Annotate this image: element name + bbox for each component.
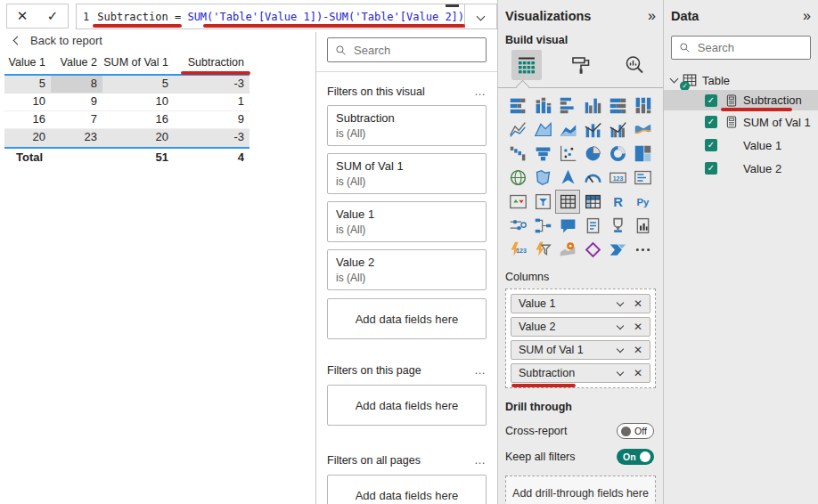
column-header[interactable]: Value 1 (4, 53, 51, 74)
filters-search-box[interactable] (327, 37, 487, 62)
field-checkbox-checked[interactable] (705, 162, 717, 175)
tab-format-visual[interactable] (566, 50, 596, 80)
visual-icon-table[interactable] (555, 190, 580, 214)
visual-icon-r-script-visual[interactable]: R (605, 190, 630, 214)
visual-icon-arcgis-map[interactable] (555, 238, 580, 262)
visual-icon-line-chart[interactable] (505, 118, 530, 142)
visual-icon-kpi[interactable] (505, 190, 530, 214)
more-options-icon[interactable]: … (474, 453, 487, 467)
filter-card[interactable]: Value 2 is (All) (327, 249, 487, 290)
visual-icon-python-visual[interactable]: Py (630, 190, 655, 214)
visual-icon-clustered-column-chart[interactable] (580, 93, 605, 118)
filter-card[interactable]: Value 1 is (All) (327, 201, 487, 242)
visual-icon-pie-chart[interactable] (580, 142, 605, 166)
cross-report-toggle[interactable]: Off (617, 423, 654, 439)
visual-icon-hundred-stacked-bar-chart[interactable] (605, 93, 630, 118)
table-cell[interactable]: -3 (174, 76, 249, 93)
visual-icon-more-visuals[interactable] (630, 238, 655, 262)
visual-icon-power-automate[interactable] (605, 238, 630, 262)
table-cell[interactable]: 7 (51, 111, 102, 128)
add-data-fields-dropzone[interactable]: Add data fields here (327, 385, 487, 426)
visual-icon-stacked-area-chart[interactable] (555, 118, 580, 142)
add-data-fields-dropzone[interactable]: Add data fields here (327, 475, 487, 504)
visual-icon-metrics[interactable] (605, 214, 630, 238)
field-row-subtraction[interactable]: Subtraction (664, 90, 818, 110)
tab-build-visual[interactable] (511, 50, 542, 80)
table-cell[interactable]: 16 (4, 111, 51, 128)
visual-icon-decomposition-tree[interactable] (530, 214, 555, 238)
chevron-down-icon[interactable] (617, 345, 624, 353)
visual-icon-ribbon-chart[interactable] (630, 118, 655, 142)
table-node[interactable]: ✓ Table (671, 70, 811, 90)
collapse-pane-icon[interactable]: » (648, 10, 656, 22)
field-pill-value2[interactable]: Value 2 ✕ (511, 317, 650, 337)
filters-search-input[interactable] (354, 44, 479, 57)
field-pill-sum-of-val1[interactable]: SUM of Val 1 ✕ (511, 340, 650, 360)
table-cell[interactable]: 10 (102, 93, 174, 110)
table-cell[interactable]: 20 (102, 129, 174, 146)
tab-analytics[interactable] (619, 50, 650, 80)
visual-icon-azure-map[interactable] (555, 166, 580, 190)
table-cell[interactable]: 9 (174, 111, 249, 128)
more-options-icon[interactable]: … (474, 85, 487, 98)
visual-icon-treemap[interactable] (630, 142, 655, 166)
visual-icon-map[interactable] (505, 166, 530, 190)
visual-icon-stacked-column-chart[interactable] (530, 93, 555, 118)
table-cell[interactable]: -3 (174, 129, 249, 146)
cancel-formula-icon[interactable]: ✕ (17, 8, 29, 24)
visual-icon-funnel-chart[interactable] (530, 142, 555, 166)
dax-formula-bar[interactable]: 1Subtraction = SUM('Table'[Value 1])-SUM… (76, 4, 497, 29)
visual-icon-q-and-a[interactable] (555, 214, 580, 238)
remove-field-icon[interactable]: ✕ (634, 298, 642, 309)
filter-card[interactable]: SUM of Val 1 is (All) (327, 153, 487, 194)
back-to-report[interactable]: Back to report (14, 34, 102, 47)
commit-formula-icon[interactable]: ✓ (47, 8, 59, 24)
table-cell[interactable]: 10 (4, 93, 51, 110)
visual-icon-line-and-stacked-column-chart[interactable] (580, 118, 605, 142)
remove-field-icon[interactable]: ✕ (634, 368, 642, 378)
field-row-value2[interactable]: Value 2 (671, 157, 811, 180)
field-pill-value1[interactable]: Value 1 ✕ (511, 294, 650, 313)
chevron-down-icon[interactable] (617, 369, 624, 376)
visual-icon-filled-map[interactable] (530, 166, 555, 190)
keep-all-filters-toggle[interactable]: On (617, 449, 654, 465)
table-cell[interactable]: 1 (174, 93, 249, 110)
chevron-down-icon[interactable] (617, 299, 624, 306)
table-cell[interactable]: 5 (102, 76, 174, 93)
add-drill-through-fields-dropzone[interactable]: Add drill-through fields here (505, 476, 656, 504)
formula-bar-expand-button[interactable] (464, 4, 496, 28)
visual-icon-line-and-clustered-column-chart[interactable] (605, 118, 630, 142)
table-cell[interactable]: 9 (51, 93, 102, 110)
table-visual[interactable]: Value 1 Value 2 SUM of Val 1 Subtraction… (4, 53, 249, 167)
chevron-down-icon[interactable] (670, 75, 679, 84)
columns-field-well[interactable]: Value 1 ✕ Value 2 ✕ SUM of Val 1 ✕ Subtr… (505, 289, 656, 388)
visual-icon-paginated-report[interactable] (630, 214, 655, 238)
visual-icon-stacked-bar-chart[interactable] (505, 93, 530, 118)
visual-icon-donut-chart[interactable] (605, 142, 630, 166)
visual-icon-area-chart[interactable] (530, 118, 555, 142)
visual-icon-matrix[interactable] (580, 190, 605, 214)
filter-card[interactable]: Subtraction is (All) (327, 105, 487, 146)
field-row-value1[interactable]: Value 1 (671, 134, 811, 157)
more-options-icon[interactable]: … (474, 363, 487, 377)
table-cell-selected[interactable]: 8 (51, 76, 102, 93)
visual-icon-multi-row-card[interactable] (630, 166, 655, 190)
column-header[interactable]: Value 2 (51, 53, 102, 74)
field-checkbox-checked[interactable] (705, 116, 717, 128)
visual-icon-smart-narrative[interactable] (580, 214, 605, 238)
field-checkbox-checked[interactable] (705, 94, 717, 107)
remove-field-icon[interactable]: ✕ (634, 321, 642, 332)
table-cell[interactable]: 23 (51, 129, 102, 146)
chevron-down-icon[interactable] (617, 322, 624, 329)
visual-icon-waterfall-chart[interactable] (505, 142, 530, 166)
visual-icon-clustered-bar-chart[interactable] (555, 93, 580, 118)
visual-icon-card[interactable]: 123 (605, 166, 630, 190)
visual-icon-slicer[interactable] (530, 190, 555, 214)
data-search-input[interactable] (698, 41, 803, 54)
field-checkbox-checked[interactable] (705, 139, 717, 151)
visual-icon-new-card[interactable]: 123 (505, 238, 530, 262)
collapse-pane-icon[interactable]: » (803, 10, 811, 22)
table-cell[interactable]: 20 (4, 129, 51, 146)
add-data-fields-dropzone[interactable]: Add data fields here (327, 298, 487, 339)
table-cell[interactable]: 5 (4, 76, 51, 93)
